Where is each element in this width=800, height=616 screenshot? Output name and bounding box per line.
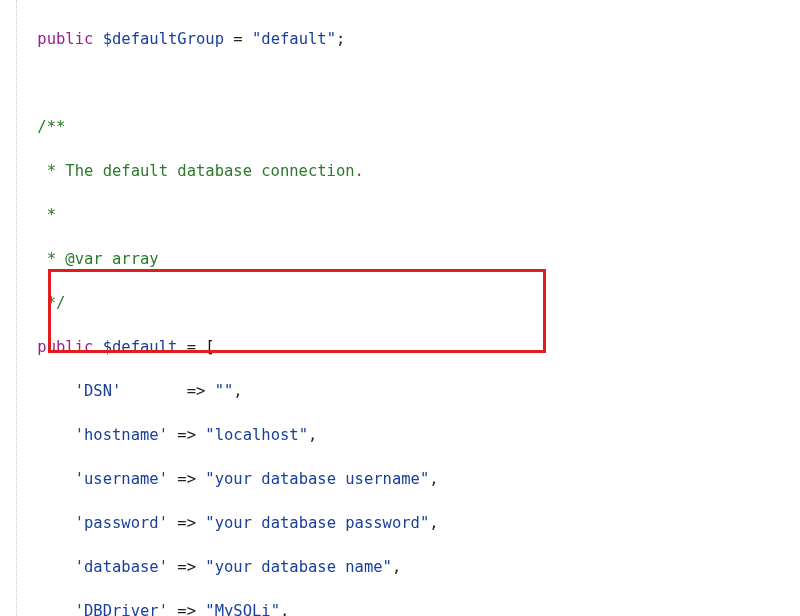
keyword-public: public: [37, 30, 93, 48]
var-default: $default: [103, 338, 178, 356]
array-entry-hostname: 'hostname' => "localhost",: [0, 424, 800, 446]
string-literal: "default": [252, 30, 336, 48]
array-entry-dbdriver: 'DBDriver' => "MySQLi",: [0, 600, 800, 616]
array-entry-database: 'database' => "your database name",: [0, 556, 800, 578]
comment-line: */: [0, 292, 800, 314]
comment-line: * @var array: [0, 248, 800, 270]
blank-line: [0, 72, 800, 94]
comment-line: *: [0, 204, 800, 226]
array-entry-username: 'username' => "your database username",: [0, 468, 800, 490]
comment-line: /**: [0, 116, 800, 138]
indent-guide: [16, 0, 17, 616]
array-entry-dsn: 'DSN' => "",: [0, 380, 800, 402]
var-default-group: $defaultGroup: [103, 30, 224, 48]
code-line: public $defaultGroup = "default";: [0, 28, 800, 50]
code-block: public $defaultGroup = "default"; /** * …: [0, 0, 800, 616]
array-entry-password: 'password' => "your database password",: [0, 512, 800, 534]
comment-line: * The default database connection.: [0, 160, 800, 182]
code-line: public $default = [: [0, 336, 800, 358]
